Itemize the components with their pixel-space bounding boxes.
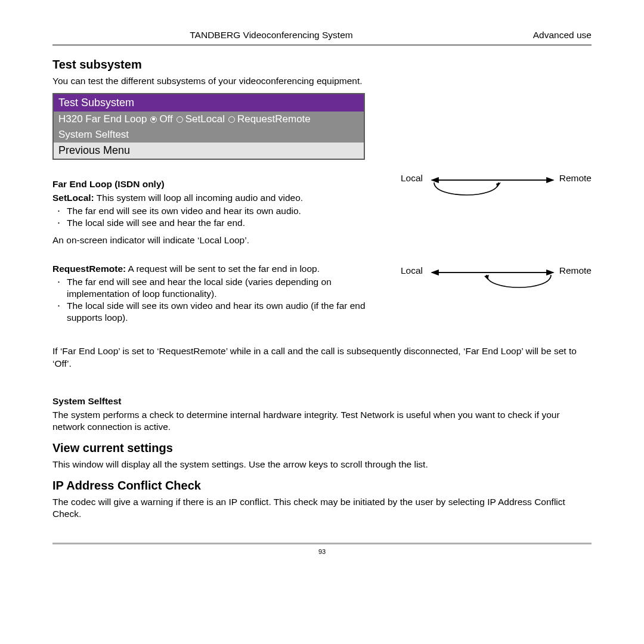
radio-requestremote[interactable]: RequestRemote (228, 113, 311, 125)
panel-row-farendloop: H320 Far End Loop Off SetLocal RequestRe… (54, 112, 364, 127)
radio-icon (228, 116, 235, 123)
prev-label: Previous Menu (58, 144, 130, 156)
ip-check-body: The codec will give a warning if there i… (52, 496, 592, 520)
reqremote-bold: RequestRemote: (52, 264, 126, 274)
page-number: 93 (52, 548, 592, 555)
radio-icon (150, 116, 157, 123)
systemselftest-title: System Selftest (52, 396, 592, 407)
reqremote-text: A request will be sent to set the far en… (126, 264, 320, 274)
setlocal-bold: SetLocal: (52, 193, 94, 203)
diagram-remote-label: Remote (559, 265, 592, 276)
farend-section: Far End Loop (ISDN only) SetLocal: This … (52, 171, 592, 252)
loop-arrow-icon: Remote with both heads --> (427, 175, 558, 205)
page-header: TANDBERG Videoconferencing System Advanc… (52, 30, 592, 44)
radio-setlocal-label: SetLocal (185, 113, 225, 125)
test-subsystem-intro: You can test the different subsystems of… (52, 75, 592, 87)
panel-title: Test Subsystem (54, 94, 364, 112)
radio-setlocal[interactable]: SetLocal (177, 113, 225, 125)
reqremote-bullets: The far end will see and hear the local … (52, 276, 394, 324)
row-label: H320 Far End Loop (58, 113, 147, 125)
reqremote-desc: RequestRemote: A request will be sent to… (52, 263, 394, 275)
list-item: The far end will see its own video and h… (61, 205, 394, 217)
loop-diagram-reqremote: Local Remote (401, 265, 592, 307)
panel-previous-menu[interactable]: Previous Menu (54, 143, 364, 159)
reqremote-section: RequestRemote: A request will be sent to… (52, 263, 592, 329)
horizontal-rule (52, 44, 592, 46)
svg-line-2 (499, 181, 500, 182)
view-settings-body: This window will display all the system … (52, 459, 592, 470)
radio-off-label: Off (159, 113, 172, 125)
selftest-label: System Selftest (58, 129, 129, 141)
diagram-local-label: Local (401, 173, 423, 184)
diagram-local-label: Local (401, 265, 423, 276)
farend-title: Far End Loop (ISDN only) (52, 179, 394, 190)
test-subsystem-panel: Test Subsystem H320 Far End Loop Off Set… (52, 93, 365, 160)
document-page: TANDBERG Videoconferencing System Advanc… (0, 0, 644, 573)
setlocal-bullets: The far end will see its own video and h… (52, 205, 394, 229)
radio-off[interactable]: Off (150, 113, 172, 125)
list-item: The far end will see and hear the local … (61, 276, 394, 300)
radio-requestremote-label: RequestRemote (237, 113, 311, 125)
test-subsystem-heading: Test subsystem (52, 58, 592, 72)
loop-diagram-setlocal: Local Remote Remote with both heads --> (401, 173, 592, 215)
farend-note: If ‘Far End Loop’ is set to ‘RequestRemo… (52, 345, 592, 369)
ip-check-heading: IP Address Conflict Check (52, 479, 592, 493)
header-section: Advanced use (490, 30, 592, 41)
systemselftest-body: The system performs a check to determine… (52, 409, 592, 433)
setlocal-indicator: An on-screen indicator will indicate ‘Lo… (52, 234, 394, 246)
view-settings-heading: View current settings (52, 441, 592, 455)
header-title: TANDBERG Videoconferencing System (52, 30, 490, 41)
list-item: The local side will see and hear the far… (61, 217, 394, 229)
loop-arrow-icon (427, 268, 558, 298)
radio-icon (177, 116, 183, 123)
setlocal-desc: SetLocal: This system will loop all inco… (52, 192, 394, 204)
horizontal-rule (52, 543, 592, 544)
setlocal-text: This system will loop all incoming audio… (94, 193, 303, 203)
list-item: The local side will see its own video an… (61, 300, 394, 324)
diagram-remote-label: Remote (559, 173, 592, 184)
panel-row-selftest[interactable]: System Selftest (54, 127, 364, 143)
